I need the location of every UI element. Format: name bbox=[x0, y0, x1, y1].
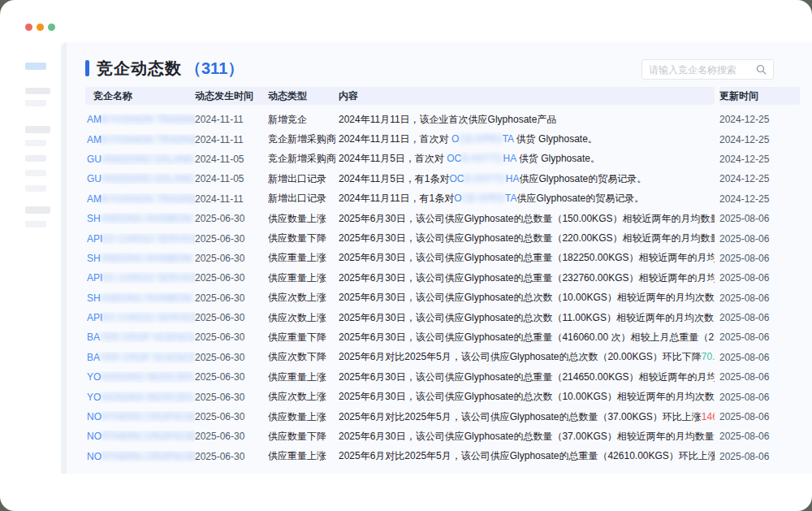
event-content: 2025年6月30日，该公司供应Glyphosate的总重量（232760.00… bbox=[339, 271, 715, 285]
minimize-window-button[interactable] bbox=[37, 24, 44, 31]
sidebar-item[interactable] bbox=[25, 155, 46, 162]
table-row: APIEX CARGO SERVICE CO... 2025-06-30 供应重… bbox=[85, 268, 800, 288]
buyer-link[interactable]: TA bbox=[505, 193, 516, 204]
content-text: 2024年11月11日，有1条对 bbox=[339, 193, 454, 204]
competitor-name-link[interactable]: AMB FASHION TRADING G... bbox=[85, 193, 195, 205]
buyer-link[interactable]: OC bbox=[450, 173, 464, 184]
competitor-name-link[interactable]: AMB FASHION TRADING G... bbox=[85, 134, 195, 145]
table-row: NORTHERN CROPSCIEN CE... 2025-06-30 供应数量… bbox=[85, 427, 800, 446]
event-content: 2024年11月11日，首次对 OCB APROTA 供货 Glyphosate… bbox=[339, 132, 715, 146]
updated-date: 2024-12-25 bbox=[719, 114, 800, 125]
competitor-name-link[interactable]: SHANDONG RAINBOW AGR... bbox=[85, 292, 195, 304]
event-content: 2025年6月30日，该公司供应Glyphosate的总次数（11.00KGS）… bbox=[339, 311, 715, 325]
updated-date: 2025-08-06 bbox=[719, 392, 800, 403]
event-type: 新增竞企 bbox=[268, 113, 339, 127]
competitor-name-link[interactable]: APIEX CARGO SERVICE CO... bbox=[85, 233, 195, 245]
table-row: SHANDONG RAINBOW AGR... 2025-06-30 供应次数上… bbox=[85, 288, 800, 308]
sidebar-item[interactable] bbox=[25, 88, 50, 94]
column-header-type: 动态类型 bbox=[268, 87, 339, 105]
close-window-button[interactable] bbox=[25, 24, 32, 31]
event-content: 2025年6月30日，该公司供应Glyphosate的总重量（214650.00… bbox=[339, 370, 715, 384]
competitor-name-link[interactable]: APIEX CARGO SERVICE CO... bbox=[85, 312, 195, 323]
content-text: 2025年6月对比2025年5月，该公司供应Glyphosate的总数量（37.… bbox=[339, 411, 702, 422]
name-blurred-part: EX CARGO SERVICE bbox=[102, 233, 195, 245]
updated-date: 2025-08-06 bbox=[719, 411, 800, 422]
table-row: BAYER CROP SCIENCE LP 2025-06-30 供应重量下降 … bbox=[85, 327, 800, 347]
buyer-link-blurred[interactable]: CB APRO bbox=[459, 133, 502, 145]
content-text: 2025年6月30日，该公司供应Glyphosate的总数量（220.00KGS… bbox=[339, 232, 715, 244]
buyer-link[interactable]: HA bbox=[503, 153, 516, 164]
name-visible-part: NO bbox=[87, 431, 102, 442]
content-text: 2025年6月30日，该公司供应Glyphosate的总重量（232760.00… bbox=[339, 272, 715, 284]
buyer-link-blurred[interactable]: B ANYTC bbox=[464, 173, 506, 184]
event-type: 供应数量上涨 bbox=[268, 410, 339, 424]
content-text: 2024年11月11日，该企业首次供应Glyphosate产品 bbox=[339, 114, 556, 125]
name-visible-part: SH bbox=[87, 292, 101, 304]
competitor-name-link[interactable]: BAYER CROP SCIENCE LP bbox=[85, 331, 195, 343]
event-date: 2025-06-30 bbox=[195, 213, 268, 224]
column-header-name: 竞企名称 bbox=[85, 87, 195, 105]
competitor-name-link[interactable]: SHANDONG RAINBOW AGR... bbox=[85, 213, 195, 224]
name-visible-part: GU bbox=[87, 154, 102, 165]
sidebar-item[interactable] bbox=[25, 140, 46, 146]
event-type: 供应重量下降 bbox=[268, 331, 339, 344]
competitor-name-link[interactable]: GUANGDONG DALANG MIC... bbox=[85, 173, 195, 184]
sidebar-item[interactable] bbox=[25, 185, 46, 192]
competitor-search-box[interactable] bbox=[641, 59, 774, 80]
buyer-link[interactable]: TA bbox=[503, 133, 514, 145]
competitor-name-link[interactable]: SHANDONG RAINBOW AGR... bbox=[85, 253, 195, 264]
event-date: 2025-06-30 bbox=[195, 371, 268, 383]
event-content: 2025年6月30日，该公司供应Glyphosate的总次数（10.00KGS）… bbox=[339, 390, 715, 404]
buyer-link-blurred[interactable]: CB APRO bbox=[462, 193, 505, 204]
table-row: AMB FASHION TRADING G... 2024-11-11 竞企新增… bbox=[85, 129, 800, 149]
content-text: 2025年6月30日，该公司供应Glyphosate的总次数（10.00KGS）… bbox=[339, 391, 715, 402]
buyer-link[interactable]: OC bbox=[447, 153, 461, 164]
competitor-name-link[interactable]: APIEX CARGO SERVICE CO... bbox=[85, 272, 195, 284]
table-body: AMB FASHION TRADING G... 2024-11-11 新增竞企… bbox=[85, 110, 800, 466]
dynamics-table: 竞企名称 动态发生时间 动态类型 内容 更新时间 AMB FASHION TRA… bbox=[85, 87, 800, 474]
event-date: 2025-06-30 bbox=[195, 233, 268, 245]
search-icon[interactable] bbox=[756, 64, 767, 75]
name-visible-part: NO bbox=[87, 451, 102, 462]
column-header-updated: 更新时间 bbox=[719, 87, 800, 105]
name-visible-part: NO bbox=[87, 411, 102, 422]
sidebar-item[interactable] bbox=[25, 100, 46, 106]
updated-date: 2025-08-06 bbox=[719, 451, 800, 462]
competitor-name-link[interactable]: AMB FASHION TRADING G... bbox=[85, 114, 195, 125]
column-header-content: 内容 bbox=[339, 87, 715, 105]
table-row: SHANDONG RAINBOW AGR... 2025-06-30 供应重量上… bbox=[85, 249, 800, 268]
competitor-name-link[interactable]: YONGNONG BIOSCIEN ES... bbox=[85, 392, 195, 403]
buyer-link-blurred[interactable]: B ANYTC bbox=[461, 153, 503, 164]
event-date: 2024-11-05 bbox=[195, 154, 268, 165]
maximize-window-button[interactable] bbox=[48, 24, 55, 31]
competitor-name-link[interactable]: NORTHERN CROPSCIEN CE... bbox=[85, 431, 195, 442]
sidebar-item[interactable] bbox=[25, 170, 46, 176]
buyer-link[interactable]: HA bbox=[506, 173, 520, 184]
buyer-link[interactable]: O bbox=[451, 133, 459, 145]
page-title-count: （311） bbox=[185, 58, 244, 80]
event-date: 2025-06-30 bbox=[195, 292, 268, 304]
name-visible-part: BA bbox=[87, 352, 99, 363]
name-blurred-part: YER CROP SCIENCE bbox=[99, 352, 195, 363]
window-controls bbox=[25, 24, 55, 31]
event-content: 2025年6月30日，该公司供应Glyphosate的总次数（10.00KGS）… bbox=[339, 291, 715, 305]
sidebar-item[interactable] bbox=[25, 221, 46, 227]
sidebar-item-active[interactable] bbox=[25, 63, 46, 70]
sidebar-item[interactable] bbox=[25, 206, 50, 214]
competitor-name-link[interactable]: YONGNONG BIOSCIEN ES... bbox=[85, 371, 195, 383]
competitor-search-input[interactable] bbox=[649, 64, 751, 76]
buyer-link[interactable]: O bbox=[454, 193, 461, 204]
competitor-name-link[interactable]: GUANGDONG DALANG MIC... bbox=[85, 154, 195, 165]
percent-drop: 70.59% bbox=[702, 351, 715, 362]
competitor-name-link[interactable]: NORTHERN CROPSCIEN CE... bbox=[85, 451, 195, 462]
table-row: YONGNONG BIOSCIEN ES... 2025-06-30 供应次数上… bbox=[85, 387, 800, 406]
content-text: 2025年6月30日，该公司供应Glyphosate的总数量（37.00KGS）… bbox=[339, 431, 715, 442]
updated-date: 2025-08-06 bbox=[719, 312, 800, 323]
competitor-name-link[interactable]: BAYER CROP SCIENCE LP bbox=[85, 352, 195, 363]
sidebar-item[interactable] bbox=[25, 126, 50, 133]
competitor-name-link[interactable]: NORTHERN CROPSCIEN CE... bbox=[85, 411, 195, 422]
name-visible-part: YO bbox=[87, 392, 101, 403]
name-blurred-part: ANDONG RAINBOW bbox=[101, 292, 192, 304]
event-date: 2024-11-11 bbox=[195, 193, 268, 205]
updated-date: 2025-08-06 bbox=[719, 431, 800, 442]
